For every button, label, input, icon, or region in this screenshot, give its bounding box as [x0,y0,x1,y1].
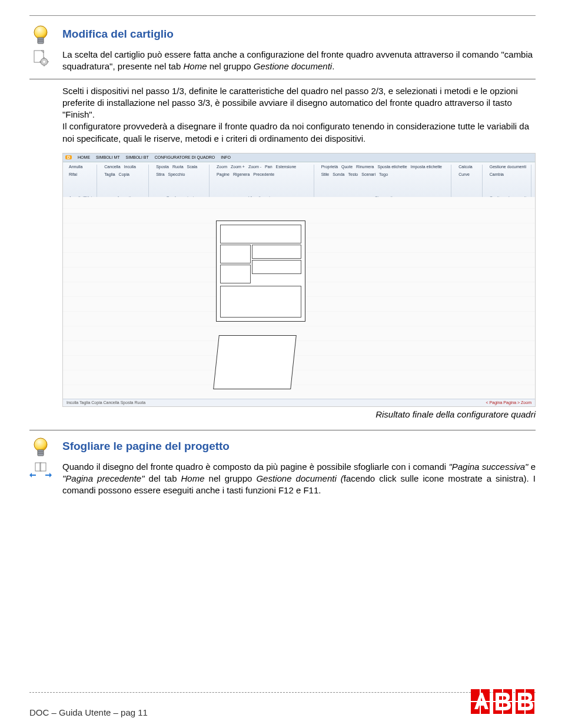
s2d: nel gruppo [205,473,257,483]
tab-home: HOME [78,155,90,159]
footer-text: DOC – Guida Utente – pag 11 [29,707,148,717]
section2-para: Quando il disegno del fronte quadro è co… [62,461,536,497]
drawing-canvas [63,197,535,399]
svg-point-11 [43,61,45,63]
s2-home: Home [181,473,205,483]
s1p1-home: Home [183,61,207,71]
section1-para2: Scelti i dispositivi nel passo 1/3, defi… [62,85,536,121]
s2-gest: Gestione documenti ( [256,473,343,483]
rule-2 [29,430,536,430]
panel-drawing-1 [216,221,305,322]
lightbulb-icon [29,436,52,460]
tab-simbolimt: SIMBOLI MT [96,155,119,159]
status-left: Incolla Taglia Copia Cancella Sposta Ruo… [67,400,145,405]
top-rule [29,15,536,16]
s1p1-gest: Gestione documenti [254,61,332,71]
svg-point-12 [34,438,47,451]
s2-ps: "Pagina successiva" [448,462,528,472]
appmenu-icon: D [65,155,72,159]
s2-pp: "Pagina precedente" [62,473,144,483]
section1-para1: La scelta del cartiglio può essere fatta… [62,49,536,73]
s2a: Quando il disegno del fronte quadro è co… [62,462,448,472]
s1p1c: . [332,61,334,71]
tab-info: INFO [221,155,231,159]
statusbar: Incolla Taglia Copia Cancella Sposta Ruo… [63,399,535,406]
status-right: < Pagina Pagina > Zoom [486,400,531,405]
section1-para3: Il configuratore provvederà a disegnare … [62,121,536,145]
s2b: e [528,462,536,472]
page-arrows-icon [29,461,52,477]
svg-point-0 [34,26,47,39]
figure-caption: Risultato finale della configuratore qua… [62,409,536,419]
page-gear-icon [29,49,52,66]
section1-title: Modifica del cartiglio [62,28,174,41]
section2-title: Sfogliare le pagine del progetto [62,440,230,453]
tab-simbolibt: SIMBOLI BT [126,155,149,159]
panel-drawing-2 [213,335,297,389]
s2c: del tab [144,473,181,483]
abb-logo-icon [471,689,536,717]
lightbulb-icon [29,24,52,48]
s1p1b: nel gruppo [207,61,253,71]
app-screenshot: D HOME SIMBOLI MT SIMBOLI BT CONFIGURATO… [62,153,536,407]
tab-config: CONFIGURATORE DI QUADRO [155,155,215,159]
svg-rect-1 [38,38,44,44]
rule-1 [29,79,536,79]
svg-rect-13 [38,450,44,456]
